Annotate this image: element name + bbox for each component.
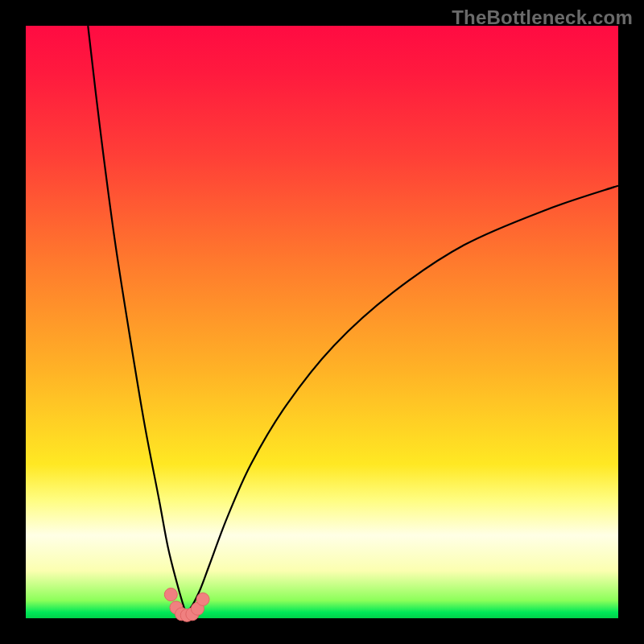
trough-dot (196, 592, 209, 605)
trough-dots (164, 588, 209, 622)
curve-left-branch (88, 26, 185, 613)
watermark-text: TheBottleneck.com (452, 6, 633, 29)
plot-area (26, 26, 618, 618)
trough-dot (164, 588, 177, 601)
curve-right-branch (186, 186, 618, 613)
curves-layer (26, 26, 618, 618)
